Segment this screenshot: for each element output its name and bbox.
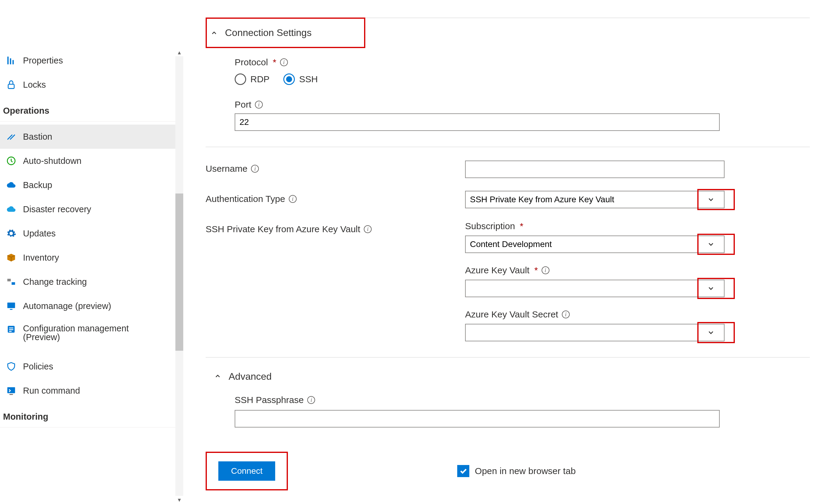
- sidebar-item-bastion[interactable]: Bastion: [0, 125, 183, 149]
- sidebar-item-updates[interactable]: Updates: [0, 221, 183, 245]
- sidebar-item-backup[interactable]: Backup: [0, 173, 183, 197]
- sidebar-item-disaster-recovery[interactable]: Disaster recovery: [0, 197, 183, 221]
- keyvault-value[interactable]: [465, 280, 697, 297]
- sidebar-item-inventory[interactable]: Inventory: [0, 245, 183, 270]
- svg-rect-6: [12, 282, 15, 285]
- sidebar-item-label: Disaster recovery: [23, 205, 91, 214]
- sidebar-item-label: Change tracking: [23, 278, 87, 286]
- info-icon[interactable]: i: [364, 225, 372, 233]
- advanced-toggle[interactable]: Advanced: [206, 371, 810, 382]
- sidebar-item-label: Configuration management (Preview): [23, 324, 162, 342]
- tracking-icon: [6, 277, 16, 287]
- required-star: *: [519, 221, 523, 231]
- scrollbar-thumb[interactable]: [175, 194, 183, 351]
- required-star: *: [271, 57, 277, 67]
- sidebar-item-label: Properties: [23, 56, 63, 65]
- divider: [206, 147, 810, 147]
- port-input[interactable]: [235, 113, 720, 131]
- sidebar-item-properties[interactable]: Properties: [0, 48, 183, 72]
- connection-settings-header-highlight: Connection Settings: [206, 18, 365, 48]
- keyvault-label: Azure Key Vault: [465, 265, 529, 276]
- info-icon[interactable]: i: [251, 165, 259, 173]
- info-icon[interactable]: i: [289, 195, 297, 203]
- chevron-up-icon: [211, 29, 218, 37]
- properties-icon: [6, 55, 16, 66]
- info-icon[interactable]: i: [562, 310, 570, 319]
- svg-rect-0: [7, 57, 8, 64]
- checkbox-checked-icon[interactable]: [457, 465, 469, 477]
- sidebar-item-label: Auto-shutdown: [23, 157, 81, 166]
- ssh-passphrase-input[interactable]: [235, 410, 720, 428]
- connection-settings-toggle[interactable]: Connection Settings: [207, 19, 364, 47]
- svg-rect-12: [9, 331, 12, 332]
- keyvault-secret-label: Azure Key Vault Secret: [465, 309, 558, 320]
- subscription-select[interactable]: [465, 236, 725, 253]
- username-input[interactable]: [465, 160, 725, 178]
- protocol-label: Protocol* i: [235, 57, 810, 67]
- protocol-radio-ssh[interactable]: SSH: [283, 73, 318, 85]
- terminal-icon: [6, 386, 16, 396]
- sidebar-item-automanage[interactable]: Automanage (preview): [0, 294, 183, 318]
- subscription-value[interactable]: [465, 236, 697, 253]
- sidebar-item-label: Locks: [23, 81, 46, 89]
- footer-row: Connect Open in new browser tab: [206, 452, 810, 490]
- bastion-icon: [6, 132, 16, 142]
- auth-type-select[interactable]: [465, 191, 725, 208]
- connect-button[interactable]: Connect: [218, 461, 275, 481]
- username-label: Username: [206, 163, 247, 174]
- svg-rect-10: [9, 327, 13, 328]
- chevron-up-icon: [214, 371, 221, 382]
- sidebar-item-auto-shutdown[interactable]: Auto-shutdown: [0, 149, 183, 173]
- scrollbar-down-arrow[interactable]: ▾: [175, 496, 183, 504]
- keyvault-secret-select[interactable]: [465, 324, 725, 341]
- sidebar-item-configuration-management[interactable]: Configuration management (Preview): [0, 318, 183, 354]
- scrollbar-up-arrow[interactable]: ▴: [175, 48, 183, 56]
- info-icon[interactable]: i: [307, 396, 315, 404]
- svg-rect-14: [9, 394, 13, 395]
- open-new-tab-label: Open in new browser tab: [475, 466, 576, 476]
- svg-rect-3: [8, 84, 14, 89]
- auth-type-value[interactable]: [465, 191, 697, 208]
- sidebar-item-policies[interactable]: Policies: [0, 354, 183, 378]
- sidebar-item-label: Run command: [23, 387, 80, 395]
- advanced-title: Advanced: [228, 371, 271, 382]
- svg-rect-7: [7, 303, 15, 308]
- port-label: Port i: [235, 100, 810, 110]
- svg-rect-5: [7, 279, 10, 282]
- sidebar-nav: Properties Locks Operations Bastion A: [0, 0, 184, 504]
- svg-rect-11: [9, 329, 13, 330]
- info-icon[interactable]: i: [542, 266, 549, 274]
- sidebar-section-monitoring: Monitoring: [0, 403, 181, 428]
- chevron-down-icon[interactable]: [697, 280, 725, 297]
- lock-icon: [6, 80, 16, 90]
- ssh-keyvault-section-label: SSH Private Key from Azure Key Vault: [206, 224, 360, 234]
- sidebar-item-label: Bastion: [23, 132, 52, 141]
- sidebar-item-label: Inventory: [23, 254, 59, 262]
- chevron-down-icon[interactable]: [697, 191, 725, 208]
- ssh-passphrase-label: SSH Passphrase i: [235, 395, 810, 405]
- chevron-down-icon[interactable]: [697, 236, 725, 253]
- radio-label: SSH: [299, 74, 318, 84]
- chevron-down-icon[interactable]: [697, 324, 725, 341]
- sidebar-section-operations: Operations: [0, 97, 181, 122]
- username-row: Username i: [206, 160, 810, 178]
- list-icon: [6, 324, 16, 334]
- keyvault-select[interactable]: [465, 280, 725, 297]
- sidebar-item-label: Automanage (preview): [23, 302, 111, 310]
- sidebar-item-run-command[interactable]: Run command: [0, 378, 183, 403]
- sidebar-item-locks[interactable]: Locks: [0, 72, 183, 97]
- info-icon[interactable]: i: [255, 101, 263, 109]
- sidebar-item-change-tracking[interactable]: Change tracking: [0, 270, 183, 294]
- keyvault-secret-value[interactable]: [465, 324, 697, 341]
- policy-icon: [6, 361, 16, 372]
- info-icon[interactable]: i: [280, 58, 288, 66]
- port-block: Port i: [206, 100, 810, 131]
- protocol-radio-rdp[interactable]: RDP: [235, 73, 269, 85]
- open-new-tab-checkbox-wrap[interactable]: Open in new browser tab: [457, 465, 576, 477]
- svg-rect-2: [13, 60, 14, 64]
- main-content: Connection Settings Protocol* i RDP SSH: [184, 0, 834, 504]
- sidebar-item-label: Policies: [23, 362, 53, 371]
- connection-settings-title: Connection Settings: [225, 27, 311, 38]
- svg-rect-1: [10, 58, 11, 64]
- box-icon: [6, 253, 16, 263]
